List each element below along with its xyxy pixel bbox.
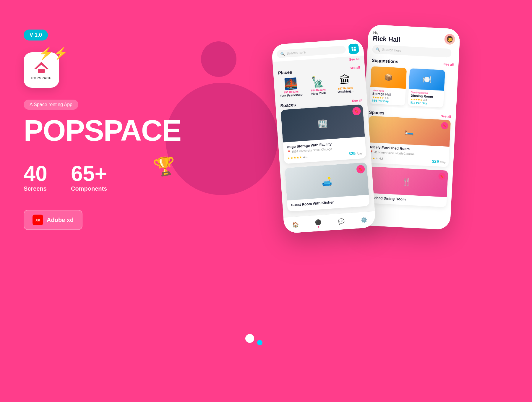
- ny-name: New York: [311, 91, 326, 95]
- lightning-decoration: ⚡⚡: [38, 46, 68, 60]
- star-5: ★: [299, 155, 302, 159]
- sf-emoji: 🌉: [283, 77, 298, 90]
- place-card-ny[interactable]: 🗽 654 Results New York: [306, 75, 330, 96]
- suggestions-title: Suggestions: [372, 58, 398, 64]
- nav-messages[interactable]: 💬: [338, 218, 344, 225]
- stat-components: 65+ Components: [71, 163, 107, 192]
- adobe-xd-text: Adobe xd: [47, 217, 74, 223]
- phone-1-search-bar[interactable]: 🔍 Search here: [276, 46, 346, 58]
- messages-icon: 💬: [338, 218, 344, 225]
- nav-search-active[interactable]: ⚫: [315, 219, 322, 228]
- phone-1: 🔍 Search here See all Places: [271, 38, 376, 234]
- phone2-space-1-stars: ★ ★ ★ 4.8: [369, 156, 383, 160]
- bg-circle-white: [245, 334, 254, 343]
- left-panel: V 1.0 POPSPACE ⚡⚡ A Space renting App PO…: [24, 30, 177, 230]
- star-3: ★: [293, 156, 296, 159]
- adobe-badge: Xd Adobe xd: [24, 210, 82, 230]
- phone2-space-2-img: 🍴: [365, 166, 448, 197]
- space-2-name: Guest Room With Kitchen: [291, 198, 366, 208]
- grid-dot-2: [354, 47, 356, 48]
- ps1-star-3: ★: [375, 157, 378, 160]
- grid-icon: [351, 47, 356, 51]
- phone2-space-1-rating: 4.8: [379, 157, 383, 160]
- search-icon: 🔍: [280, 52, 285, 56]
- logo-icon: POPSPACE ⚡⚡: [24, 52, 59, 88]
- nav-settings[interactable]: ⚙️: [361, 216, 367, 223]
- grid-dot-3: [352, 49, 353, 51]
- components-number: 65+: [71, 163, 107, 184]
- screens-label: Screens: [24, 185, 47, 192]
- suggestions-scroll: 📦 New York Storage Hall ★★★★★ 4.6 $14 Pe…: [365, 64, 458, 111]
- suggestion-2-rating-num: 4.6: [423, 98, 427, 102]
- grid-dot-1: [351, 47, 353, 48]
- subtitle-badge: A Space renting App: [24, 100, 78, 110]
- home-icon: 🏠: [292, 221, 299, 228]
- search-nav-icon: ⚫: [315, 219, 322, 226]
- places-see-all[interactable]: See all: [350, 65, 360, 69]
- phone2-space-1-price: $29 /day: [432, 158, 446, 164]
- bg-circle-cyan: [257, 340, 262, 345]
- spaces-title: Spaces: [280, 102, 296, 108]
- svg-rect-2: [38, 69, 45, 73]
- suggestions-see-all[interactable]: See all: [443, 62, 454, 66]
- suggestion-card-2[interactable]: 🍽️ San Francisco Dinning Room ★★★★★ 4.6 …: [408, 68, 445, 108]
- suggestion-1-rating-num: 4.6: [385, 97, 389, 100]
- phone2-space-card-2[interactable]: 🍴 🔖 Attached Dining Room: [364, 166, 448, 207]
- suggestion-1-info: New York Storage Hall ★★★★★ 4.6 $14 Per …: [369, 87, 406, 106]
- ny-emoji: 🗽: [311, 75, 325, 88]
- place-card-dc[interactable]: 🏛 567 Results Washing...: [333, 73, 358, 94]
- space-1-price: $25 /day: [348, 150, 363, 156]
- grid-dot-4: [354, 49, 356, 51]
- suggestion-2-img: 🍽️: [409, 68, 445, 91]
- phone2-space-1-img: 🛏️: [367, 116, 451, 147]
- bg-circle-purple-large: [166, 83, 278, 195]
- suggestion-2-info: San Francisco Dinning Room ★★★★★ 4.6 $14…: [408, 89, 444, 108]
- space-card-2[interactable]: 🛋️ 🔖 Guest Room With Kitchen: [285, 162, 370, 212]
- suggestion-card-1[interactable]: 📦 New York Storage Hall ★★★★★ 4.6 $14 Pe…: [369, 66, 407, 106]
- search-icon-2: 🔍: [376, 47, 380, 52]
- phone-2-search-placeholder: Search here: [382, 48, 401, 53]
- phone-1-search-placeholder: Search here: [286, 50, 306, 56]
- screens-number: 40: [24, 163, 47, 184]
- phone-1-see-all-top[interactable]: See all: [349, 57, 360, 61]
- phone2-space-1-info: Nicely Furnished Room 📍 41 Harry Place, …: [366, 142, 449, 167]
- user-name: Rick Hall: [373, 35, 400, 44]
- phone2-spaces-title: Spaces: [369, 110, 385, 116]
- logo-container: POPSPACE ⚡⚡: [24, 52, 177, 88]
- adobe-xd-icon: Xd: [33, 215, 43, 225]
- dc-name: Washing...: [338, 89, 354, 94]
- nav-active-dot: [318, 226, 319, 227]
- phone2-space-card-1[interactable]: 🛏️ 🔖 Nicely Furnished Room 📍 41 Harry Pl…: [366, 116, 451, 167]
- ps1-star-2: ★: [372, 156, 375, 160]
- phone-1-screen: 🔍 Search here See all Places: [271, 38, 376, 234]
- nav-home[interactable]: 🏠: [292, 221, 299, 228]
- user-avatar[interactable]: 🧔: [444, 34, 455, 45]
- stat-screens: 40 Screens: [24, 163, 47, 192]
- star-4: ★: [296, 155, 299, 159]
- dc-emoji: 🏛: [339, 73, 351, 86]
- app-title: POPSPACE: [24, 116, 177, 145]
- space-1-rating: 4.8: [303, 155, 307, 159]
- space-card-1[interactable]: 🏢 🔖 Huge Storage With Facility 📍 1864 Un…: [281, 104, 366, 164]
- phone2-spaces-see-all[interactable]: See all: [441, 114, 451, 118]
- places-title: Places: [278, 69, 292, 75]
- star-2: ★: [291, 156, 293, 160]
- greeting-block: Hi, Rick Hall: [373, 30, 401, 44]
- place-card-sf[interactable]: 🌉 856 Results San Francisco: [278, 77, 303, 98]
- components-label: Components: [71, 185, 107, 192]
- logo-svg: [33, 60, 50, 75]
- grid-icon-button[interactable]: [348, 43, 359, 54]
- pin-icon-1: 📍: [287, 150, 291, 154]
- phones-container: 🔍 Search here See all Places: [266, 18, 532, 390]
- suggestion-1-img: 📦: [370, 66, 407, 89]
- phone2-space-2-name: Attached Dining Room: [367, 195, 444, 203]
- bottom-nav-1: 🏠 ⚫ 💬 ⚙️: [283, 211, 376, 234]
- bg-circle-purple-small: [201, 41, 236, 77]
- sf-name: San Francisco: [280, 93, 303, 98]
- star-1: ★: [288, 156, 291, 160]
- version-badge: V 1.0: [24, 30, 48, 40]
- trophy-decoration: 🏆: [152, 154, 177, 179]
- spaces-see-all[interactable]: See all: [352, 98, 363, 102]
- settings-icon: ⚙️: [361, 216, 367, 223]
- logo-text: POPSPACE: [31, 76, 51, 80]
